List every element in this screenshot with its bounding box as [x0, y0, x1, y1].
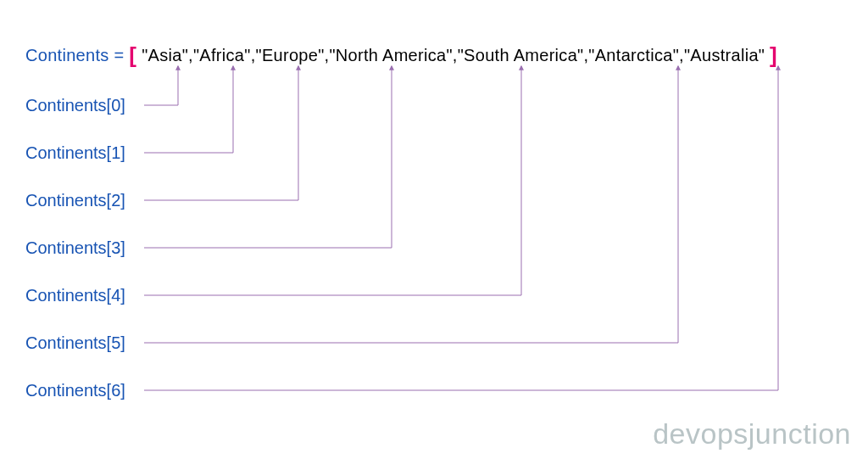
array-literal: "Asia","Africa","Europe","North America"…: [142, 46, 765, 64]
arrow-0: [144, 66, 178, 105]
arrow-4: [144, 66, 521, 295]
array-declaration: Continents = [ "Asia","Africa","Europe",…: [25, 41, 777, 67]
arrow-2: [144, 66, 298, 200]
arrow-3: [144, 66, 392, 248]
index-label-6: Continents[6]: [25, 381, 125, 400]
variable-name: Continents: [25, 46, 109, 64]
watermark-text: devopsjunction: [653, 417, 851, 451]
diagram-stage: Continents = [ "Asia","Africa","Europe",…: [0, 0, 868, 459]
assign-symbol: =: [114, 46, 124, 64]
open-bracket: [: [129, 42, 136, 68]
index-label-1: Continents[1]: [25, 143, 125, 163]
index-label-0: Continents[0]: [25, 96, 125, 115]
index-label-5: Continents[5]: [25, 333, 125, 353]
arrow-6: [144, 66, 778, 390]
arrow-1: [144, 66, 233, 153]
index-label-2: Continents[2]: [25, 191, 125, 210]
close-bracket: ]: [770, 42, 777, 68]
index-label-4: Continents[4]: [25, 286, 125, 305]
index-label-3: Continents[3]: [25, 238, 125, 258]
connector-arrows: [0, 0, 868, 459]
arrow-5: [144, 66, 678, 343]
